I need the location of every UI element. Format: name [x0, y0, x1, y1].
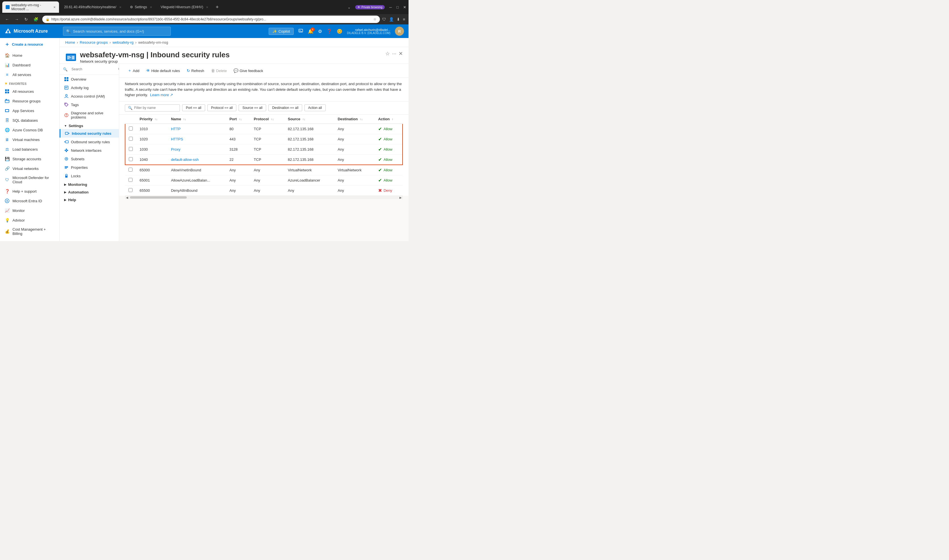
settings-section[interactable]: ▼ Settings	[60, 122, 119, 129]
sidebar-item-monitor[interactable]: 📈 Monitor	[0, 206, 59, 215]
nav-diagnose[interactable]: Diagnose and solve problems	[60, 109, 119, 122]
nav-subnets[interactable]: Subnets	[60, 155, 119, 163]
row-check-cell[interactable]	[125, 124, 136, 134]
sidebar-item-resource-groups[interactable]: Resource groups	[0, 96, 59, 106]
destination-filter-chip[interactable]: Destination == all	[268, 105, 302, 111]
row-name[interactable]: Proxy	[168, 144, 226, 154]
help-icon[interactable]: ❓	[326, 29, 332, 34]
tab-active[interactable]: websafety-vm-nsg - Microsoft ... ✕	[2, 2, 59, 13]
more-options-icon[interactable]: ···	[392, 51, 396, 57]
row-checkbox[interactable]	[129, 178, 132, 182]
new-tab-btn[interactable]: +	[213, 4, 221, 10]
extensions-btn[interactable]: 🧩	[32, 17, 40, 22]
protocol-filter-chip[interactable]: Protocol == all	[208, 105, 237, 111]
row-check-cell[interactable]	[125, 134, 136, 144]
sidebar-item-dashboard[interactable]: 📊 Dashboard	[0, 60, 59, 70]
tab-3-close[interactable]: ✕	[150, 6, 152, 9]
breadcrumb-home[interactable]: Home	[65, 40, 75, 45]
create-resource-btn[interactable]: ＋ Create a resource	[0, 38, 59, 51]
tab-4[interactable]: Vliegveld Hilversum (EHHV) ✕	[157, 3, 212, 11]
row-checkbox[interactable]	[129, 157, 133, 161]
panel-search-bar[interactable]: 🔍 ↻ «	[60, 64, 119, 75]
sidebar-item-app-services[interactable]: App Services	[0, 106, 59, 115]
sidebar-item-advisor[interactable]: 💡 Advisor	[0, 215, 59, 225]
panel-search-input[interactable]	[69, 66, 116, 72]
shield-icon[interactable]: 🛡	[382, 17, 386, 22]
feedback-icon[interactable]: 😊	[337, 29, 343, 34]
row-name[interactable]: HTTPS	[168, 134, 226, 144]
col-action[interactable]: Action ↑	[375, 115, 403, 124]
star-favorite-icon[interactable]: ☆	[385, 51, 390, 57]
col-destination[interactable]: Destination ↑↓	[334, 115, 375, 124]
row-check-cell[interactable]	[125, 175, 136, 185]
tab-4-close[interactable]: ✕	[206, 6, 208, 9]
hide-default-btn[interactable]: 👁 Hide default rules	[143, 67, 183, 74]
nav-locks[interactable]: Locks	[60, 172, 119, 180]
row-name[interactable]: default-allow-ssh	[168, 154, 226, 165]
nav-overview[interactable]: Overview	[60, 75, 119, 83]
close-btn[interactable]: ✕	[403, 5, 406, 9]
filter-name-input[interactable]	[134, 106, 177, 110]
row-checkbox[interactable]	[129, 188, 132, 192]
col-protocol[interactable]: Protocol ↑↓	[251, 115, 285, 124]
nav-activity-log[interactable]: Activity log	[60, 83, 119, 92]
row-check-cell[interactable]	[125, 154, 136, 165]
tab-close-btn[interactable]: ✕	[53, 6, 55, 9]
sidebar-item-sql[interactable]: 🗄 SQL databases	[0, 115, 59, 125]
minimize-btn[interactable]: ─	[389, 5, 392, 9]
tab-2[interactable]: 20.61.40.49/traffic/history/realtime/ ✕	[61, 3, 125, 11]
breadcrumb-rg-label[interactable]: Resource groups	[80, 40, 108, 45]
settings-icon[interactable]: ⚙	[318, 29, 322, 34]
filter-search[interactable]: 🔍	[125, 105, 180, 111]
sidebar-item-home[interactable]: 🏠 Home	[0, 51, 59, 60]
nav-tags[interactable]: Tags	[60, 100, 119, 109]
copilot-btn[interactable]: ✨ Copilot	[269, 28, 294, 35]
nav-inbound-rules[interactable]: Inbound security rules	[60, 129, 119, 138]
tab-dropdown-icon[interactable]: ⌄	[348, 5, 351, 9]
help-section[interactable]: ▶ Help	[60, 195, 119, 203]
scroll-thumb[interactable]	[130, 196, 187, 198]
row-checkbox[interactable]	[129, 147, 133, 151]
monitoring-section[interactable]: ▶ Monitoring	[60, 180, 119, 188]
row-check-cell[interactable]	[125, 185, 136, 195]
sidebar-item-all-services[interactable]: ≡ All services	[0, 70, 59, 79]
sidebar-item-vnet[interactable]: 🔗 Virtual networks	[0, 164, 59, 173]
refresh-btn[interactable]: ↻ Refresh	[184, 67, 207, 74]
port-filter-chip[interactable]: Port == all	[182, 105, 205, 111]
refresh-page-btn[interactable]: ↻	[23, 17, 29, 22]
source-filter-chip[interactable]: Source == all	[238, 105, 266, 111]
download-icon[interactable]: ⬇	[397, 17, 400, 22]
notifications-icon[interactable]: 🔔 6	[308, 29, 314, 34]
global-search[interactable]: 🔍 Search resources, services, and docs (…	[63, 27, 171, 36]
row-check-cell[interactable]	[125, 144, 136, 154]
row-name[interactable]: HTTP	[168, 124, 226, 134]
add-btn[interactable]: ＋ Add	[125, 67, 142, 75]
sidebar-item-storage[interactable]: 💾 Storage accounts	[0, 154, 59, 164]
row-checkbox[interactable]	[129, 126, 133, 131]
tab-2-close[interactable]: ✕	[119, 6, 122, 9]
feedback-btn[interactable]: 💬 Give feedback	[231, 67, 266, 74]
maximize-btn[interactable]: □	[396, 5, 398, 9]
user-avatar[interactable]: R	[395, 27, 404, 36]
col-port[interactable]: Port ↑↓	[226, 115, 251, 124]
scroll-left-icon[interactable]: ◀	[125, 196, 129, 199]
sidebar-item-all-resources[interactable]: All resources	[0, 86, 59, 96]
sidebar-item-cost[interactable]: 💰 Cost Management + Billing	[0, 225, 59, 238]
action-filter-chip[interactable]: Action all	[305, 105, 326, 111]
menu-icon[interactable]: ≡	[403, 17, 405, 22]
sidebar-item-help[interactable]: ❓ Help + support	[0, 186, 59, 196]
col-name[interactable]: Name ↑↓	[168, 115, 226, 124]
sidebar-item-cosmos[interactable]: 🌐 Azure Cosmos DB	[0, 125, 59, 135]
row-check-cell[interactable]	[125, 165, 136, 175]
back-btn[interactable]: ←	[3, 17, 11, 22]
automation-section[interactable]: ▶ Automation	[60, 188, 119, 195]
row-checkbox[interactable]	[129, 168, 132, 172]
tab-3[interactable]: ⚙ Settings ✕	[126, 3, 155, 11]
profile-icon[interactable]: 👤	[389, 17, 394, 22]
cloud-shell-icon[interactable]	[298, 28, 303, 34]
col-source[interactable]: Source ↑↓	[285, 115, 334, 124]
horizontal-scrollbar[interactable]: ◀ ▶	[125, 196, 403, 199]
scroll-right-icon[interactable]: ▶	[398, 196, 403, 199]
sidebar-item-vms[interactable]: 🖥 Virtual machines	[0, 135, 59, 145]
address-bar[interactable]: 🔒 https://portal.azure.com/#@diladele.co…	[42, 15, 380, 23]
